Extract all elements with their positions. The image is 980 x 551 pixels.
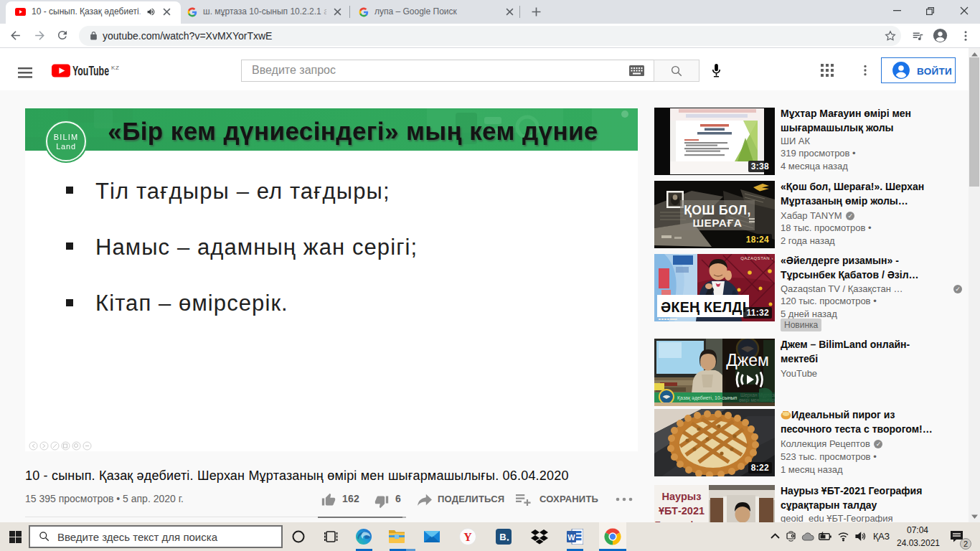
- svg-text:KZ: KZ: [111, 65, 119, 71]
- svg-text:W: W: [567, 533, 575, 542]
- svg-text:ӘКЕҢ КЕЛДІ: ӘКЕҢ КЕЛДІ: [661, 299, 746, 315]
- svg-text:QAZAQSTAN ›: QAZAQSTAN ›: [740, 256, 773, 260]
- svg-text:Джем: Джем: [726, 351, 769, 369]
- svg-text:Қазақ әдебиеті, 10-сынып: Қазақ әдебиеті, 10-сынып: [677, 395, 738, 401]
- svg-text:ҰБТ-2021: ҰБТ-2021: [659, 505, 705, 517]
- svg-text:Наурыз: Наурыз: [662, 491, 702, 502]
- svg-text:ШЕРАҒА: ШЕРАҒА: [692, 217, 742, 229]
- svg-text:YouTube: YouTube: [72, 64, 109, 78]
- svg-text:Y: Y: [463, 531, 472, 543]
- svg-text:ҚОШ БОЛ,: ҚОШ БОЛ,: [684, 203, 751, 217]
- svg-text:BILIM: BILIM: [54, 133, 79, 141]
- svg-text:Land: Land: [56, 142, 76, 151]
- svg-text:B: B: [499, 532, 506, 542]
